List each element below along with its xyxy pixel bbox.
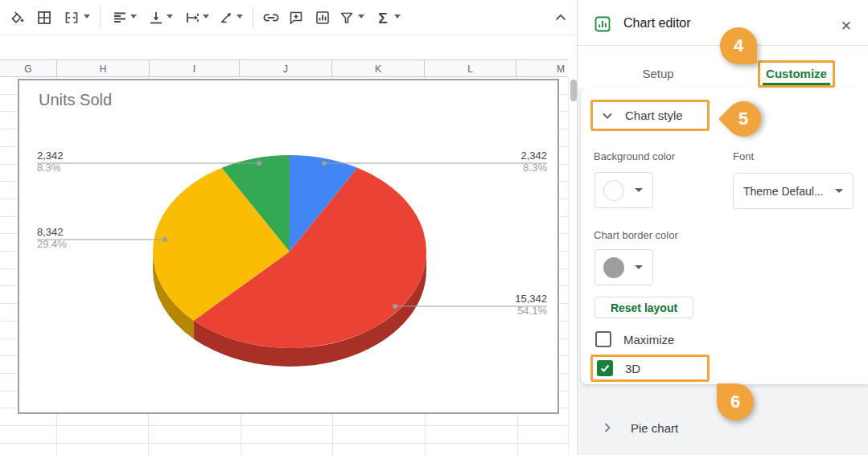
column-header-j[interactable]: J	[240, 60, 332, 77]
text-wrap-icon[interactable]	[182, 7, 203, 28]
pie-chart-3d	[19, 80, 561, 416]
filter-icon[interactable]	[336, 7, 357, 28]
background-color-label: Background color	[594, 150, 675, 162]
dropdown-caret-icon	[835, 189, 843, 193]
insert-chart-icon[interactable]	[312, 7, 333, 28]
chevron-right-icon	[600, 420, 615, 435]
pie-label-red: 15,342 54.1%	[515, 293, 547, 317]
chart-style-header-highlight[interactable]: Chart style	[590, 100, 710, 131]
collapse-toolbar-icon[interactable]	[550, 7, 571, 28]
pie-label-yellow: 8,342 29.4%	[37, 226, 67, 250]
insert-comment-icon[interactable]	[286, 7, 306, 28]
dropdown-caret-icon	[635, 265, 643, 269]
active-tab-underline	[763, 83, 830, 85]
column-header-l[interactable]: L	[425, 60, 516, 77]
insert-link-icon[interactable]	[261, 7, 282, 28]
functions-dropdown-caret[interactable]	[394, 14, 401, 18]
pie-label-green: 2,342 8.3%	[37, 150, 64, 174]
horizontal-align-dropdown-caret[interactable]	[130, 14, 137, 18]
pie-chart-section-header[interactable]: Pie chart	[578, 412, 868, 444]
threed-checkbox[interactable]	[597, 360, 613, 376]
chart-border-color-label: Chart border color	[594, 229, 678, 241]
text-wrap-dropdown-caret[interactable]	[203, 14, 209, 18]
threed-label: 3D	[625, 362, 640, 375]
vertical-align-dropdown-caret[interactable]	[167, 14, 173, 18]
column-header-g[interactable]: G	[0, 60, 57, 77]
toolbar-separator	[100, 6, 101, 27]
tab-customize-highlight[interactable]: Customize	[758, 60, 835, 88]
sigma-glyph: Σ	[378, 10, 387, 26]
chart-editor-icon	[594, 15, 611, 36]
font-label: Font	[733, 150, 754, 162]
functions-sigma-icon[interactable]: Σ	[372, 7, 393, 28]
font-dropdown[interactable]: Theme Defaul...	[733, 173, 854, 209]
threed-row[interactable]: 3D	[597, 360, 640, 376]
scrollbar-thumb[interactable]	[570, 80, 577, 101]
merge-cells-icon[interactable]	[61, 7, 82, 28]
background-color-dropdown[interactable]	[594, 172, 653, 208]
maximize-label: Maximize	[623, 333, 674, 346]
toolbar-separator	[253, 6, 253, 27]
borders-icon[interactable]	[34, 7, 55, 28]
reset-layout-button[interactable]: Reset layout	[594, 297, 693, 318]
border-color-swatch	[603, 257, 624, 278]
chart-style-label: Chart style	[625, 109, 683, 122]
text-rotation-dropdown-caret[interactable]	[237, 14, 243, 18]
pie-label-blue: 2,342 8.3%	[520, 150, 547, 174]
column-header-k[interactable]: K	[332, 60, 425, 77]
embedded-chart[interactable]: Units Sold 2,342 8.3% 2,342 8.3% 8,342 2…	[18, 79, 559, 414]
toolbar: Σ	[0, 0, 578, 35]
text-rotation-icon[interactable]	[216, 7, 237, 28]
close-icon[interactable]: ✕	[841, 18, 852, 35]
maximize-row[interactable]: Maximize	[595, 331, 674, 347]
tab-customize[interactable]: Customize	[760, 67, 833, 80]
google-sheets-chart-editor-screen: Σ G H I J K L M Units Sold 2,342	[0, 0, 868, 455]
background-color-swatch	[603, 180, 624, 201]
horizontal-align-icon[interactable]	[109, 7, 130, 28]
chart-style-section: Chart style Background color Font Theme …	[581, 88, 868, 384]
chart-editor-panel: Chart editor ✕ Setup Customize Chart sty…	[578, 0, 868, 455]
fill-color-icon[interactable]	[6, 7, 27, 28]
chevron-down-icon	[600, 109, 615, 123]
merge-cells-dropdown-caret[interactable]	[84, 14, 90, 18]
checkmark-icon	[599, 363, 611, 374]
dropdown-caret-icon	[635, 188, 643, 192]
column-header-m[interactable]: M	[516, 60, 568, 77]
chart-border-color-dropdown[interactable]	[594, 249, 653, 285]
tab-setup[interactable]: Setup	[618, 67, 698, 80]
maximize-checkbox[interactable]	[595, 331, 611, 347]
spreadsheet-area: Σ G H I J K L M Units Sold 2,342	[0, 0, 578, 455]
column-headers: G H I J K L M	[0, 59, 568, 77]
filter-dropdown-caret[interactable]	[358, 14, 364, 18]
column-header-i[interactable]: I	[150, 60, 240, 77]
vertical-align-icon[interactable]	[146, 7, 167, 28]
annotation-badge-6: 6	[717, 383, 754, 420]
column-header-h[interactable]: H	[57, 60, 150, 77]
annotation-badge-4: 4	[720, 27, 757, 64]
font-value: Theme Defaul...	[743, 185, 824, 198]
pie-chart-section-label: Pie chart	[631, 421, 678, 435]
panel-title: Chart editor	[623, 16, 691, 31]
